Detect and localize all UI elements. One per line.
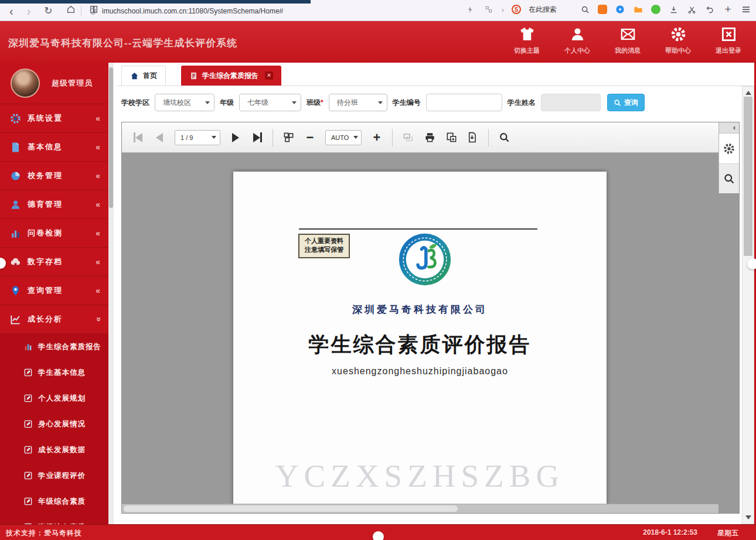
panel-collapse-button[interactable]: ‹ xyxy=(719,122,739,134)
sidebar-item-growth-analysis[interactable]: 成长分析 « xyxy=(0,305,108,334)
last-page-button[interactable] xyxy=(251,130,264,145)
switch-theme-button[interactable]: 切换主题 xyxy=(510,26,544,55)
search-engine-label[interactable]: 在此搜索 xyxy=(529,5,557,15)
flash-icon[interactable] xyxy=(465,4,476,15)
sidebar-profile[interactable]: 超级管理员 xyxy=(0,63,108,104)
support-text: 技术支持：爱马奇科技 xyxy=(6,528,82,538)
site-info-icon[interactable] xyxy=(89,8,97,15)
reload-icon[interactable]: ↻ xyxy=(44,5,52,18)
sidebar-scrollbar-thumb[interactable] xyxy=(109,67,113,208)
sidebar-item-questionnaire[interactable]: 问卷检测 « xyxy=(0,219,108,248)
chevron-expanded-icon: « xyxy=(93,317,103,322)
pdf-search-button[interactable] xyxy=(719,164,739,193)
logout-button[interactable]: 退出登录 xyxy=(711,26,745,55)
edit-icon xyxy=(23,419,33,429)
shirt-icon xyxy=(519,26,535,45)
zoom-in-button[interactable]: + xyxy=(370,130,383,145)
subitem-comprehensive-quality-report[interactable]: 学生综合素质报告 xyxy=(0,334,108,360)
undo-history-icon[interactable] xyxy=(704,4,715,15)
personal-center-button[interactable]: 个人中心 xyxy=(560,26,594,55)
previous-page-button[interactable] xyxy=(153,130,166,145)
window-vertical-scrollbar[interactable] xyxy=(742,86,754,524)
browser-app-icon-orange[interactable] xyxy=(598,5,607,14)
edit-icon xyxy=(23,497,33,506)
report-title: 学生综合素质评价报告 xyxy=(233,331,607,358)
school-district-select[interactable]: 塘坑校区 xyxy=(155,94,214,111)
grade-label: 年级 xyxy=(220,98,234,108)
scroll-down-arrow-icon[interactable] xyxy=(745,515,751,520)
search-engine-logo[interactable]: S xyxy=(512,5,521,14)
search-icon[interactable] xyxy=(580,4,590,15)
student-no-label: 学生编号 xyxy=(393,98,421,108)
pdf-horizontal-scrollbar-thumb[interactable] xyxy=(124,505,458,512)
subitem-physical-mental-development[interactable]: 身心发展情况 xyxy=(0,411,108,437)
back-icon[interactable]: ‹ xyxy=(9,5,13,18)
url-text: imuchschool.imuch.com.cn:11080/SystemSch… xyxy=(102,7,283,15)
growth-analysis-submenu: 学生综合素质报告 学生基本信息 个人发展规划 身心发展情况 xyxy=(0,334,108,524)
pdf-horizontal-scrollbar[interactable] xyxy=(122,504,718,513)
sidebar-item-system-settings[interactable]: 系统设置 « xyxy=(0,104,108,133)
grade-select[interactable]: 七年级 xyxy=(239,94,301,111)
school-district-label: 学校学区 xyxy=(121,98,149,108)
page-layout-icon[interactable] xyxy=(282,130,295,145)
export-save-button[interactable] xyxy=(466,130,479,145)
zoom-out-button[interactable]: − xyxy=(304,130,316,145)
browser-app-icon-folder[interactable] xyxy=(633,4,643,15)
browser-menu-icon[interactable] xyxy=(741,4,751,15)
gear-icon xyxy=(670,26,686,45)
download-icon[interactable] xyxy=(668,4,679,15)
vertical-scrollbar-thumb[interactable] xyxy=(744,97,752,256)
screenshot-scissors-icon[interactable] xyxy=(686,4,697,15)
sidebar-scrollbar[interactable] xyxy=(108,63,114,524)
class-label: 班级* xyxy=(307,98,323,108)
overflow-chevron-icon[interactable]: › xyxy=(502,5,504,14)
scroll-up-arrow-icon[interactable] xyxy=(745,91,751,95)
home-icon[interactable] xyxy=(66,5,76,18)
next-page-button[interactable] xyxy=(229,130,242,145)
pdf-canvas[interactable]: 个人重要资料 注意填写保管 xyxy=(122,153,739,513)
class-select[interactable]: 待分班 xyxy=(329,94,387,111)
tab-comprehensive-quality-report[interactable]: 学生综合素质报告 × xyxy=(181,66,281,86)
find-in-document-button[interactable] xyxy=(498,130,510,145)
browser-app-icon-green[interactable] xyxy=(651,5,660,14)
print-selection-icon[interactable] xyxy=(401,130,414,145)
page-select[interactable]: 1 / 9 xyxy=(175,130,220,145)
subitem-personal-development-plan[interactable]: 个人发展规划 xyxy=(0,385,108,411)
pdf-settings-button[interactable] xyxy=(719,134,739,164)
personal-data-stamp: 个人重要资料 注意填写保管 xyxy=(298,234,350,258)
student-name-input[interactable] xyxy=(541,94,601,111)
sidebar-item-digital-archive[interactable]: 数字存档 « xyxy=(0,248,108,276)
sidebar-item-moral-education[interactable]: 德育管理 « xyxy=(0,190,108,219)
subitem-student-basic-info[interactable]: 学生基本信息 xyxy=(0,360,108,385)
first-page-button[interactable] xyxy=(131,130,144,145)
search-icon xyxy=(614,99,621,107)
subitem-growth-development-data[interactable]: 成长发展数据 xyxy=(0,437,108,463)
tab-close-icon[interactable]: × xyxy=(265,71,273,80)
cloud-icon xyxy=(10,257,21,268)
sidebar-item-basic-info[interactable]: 基本信息 « xyxy=(0,133,108,162)
new-tab-plus-icon[interactable]: + xyxy=(723,4,733,15)
query-button[interactable]: 查询 xyxy=(607,94,645,111)
print-button[interactable] xyxy=(423,130,436,145)
messages-button[interactable]: 我的消息 xyxy=(611,26,645,55)
browser-app-icon-play[interactable] xyxy=(615,4,625,15)
forward-icon[interactable]: › xyxy=(27,5,31,18)
sidebar-item-school-affairs[interactable]: 校务管理 « xyxy=(0,162,108,190)
person-icon xyxy=(570,26,585,45)
app-header: 深圳爱马奇科技有限公司--云端学生成长评价系统 切换主题 个人中心 我的消息 xyxy=(0,21,756,63)
sidebar-item-query-management[interactable]: 查询管理 « xyxy=(0,276,108,305)
extensions-icon[interactable] xyxy=(483,4,494,15)
chevron-collapsed-icon: « xyxy=(96,228,100,238)
tab-home[interactable]: 首页 xyxy=(121,66,166,86)
search-icon xyxy=(723,173,735,184)
print-pages-button[interactable] xyxy=(445,130,458,145)
subitem-academic-course-evaluation[interactable]: 学业课程评价 xyxy=(0,463,108,488)
subitem-grade-comprehensive-quality[interactable]: 年级综合素质 xyxy=(0,488,108,514)
help-center-button[interactable]: 帮助中心 xyxy=(661,26,695,55)
address-bar[interactable]: imuchschool.imuch.com.cn:11080/SystemSch… xyxy=(89,5,365,18)
student-no-input[interactable] xyxy=(426,94,502,111)
zoom-select[interactable]: AUTO xyxy=(325,130,362,145)
browser-active-tab-strip[interactable] xyxy=(0,0,311,4)
subitem-class-comprehensive-quality[interactable]: 班级综合素质 xyxy=(0,514,108,524)
toolbar-separator xyxy=(488,129,489,146)
